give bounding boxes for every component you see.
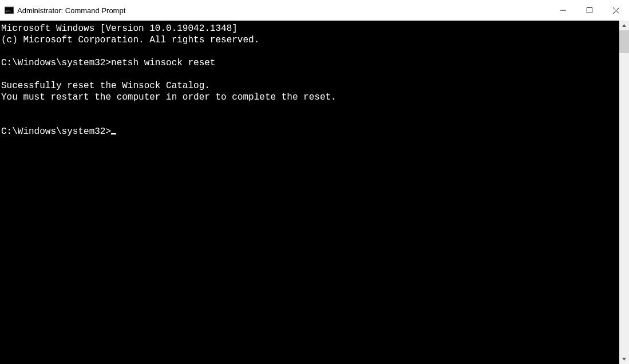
console-line: You must restart the computer in order t… <box>1 92 619 103</box>
vertical-scrollbar[interactable] <box>619 21 629 364</box>
console-line: C:\Windows\system32> <box>1 126 619 137</box>
console-line: C:\Windows\system32>netsh winsock reset <box>1 57 619 69</box>
window-title: Administrator: Command Prompt <box>17 6 125 15</box>
window-controls <box>550 0 629 21</box>
minimize-button[interactable] <box>550 0 576 21</box>
cursor <box>111 133 116 134</box>
console-line: Sucessfully reset the Winsock Catalog. <box>1 80 619 92</box>
console-line <box>1 103 619 114</box>
scroll-down-arrow[interactable] <box>619 354 629 364</box>
console-line: Microsoft Windows [Version 10.0.19042.13… <box>1 23 619 34</box>
console-output[interactable]: Microsoft Windows [Version 10.0.19042.13… <box>0 21 619 364</box>
cmd-icon: C:\ <box>5 6 14 15</box>
console-line <box>1 46 619 57</box>
scroll-up-arrow[interactable] <box>619 21 629 30</box>
scroll-thumb[interactable] <box>619 30 629 53</box>
titlebar[interactable]: C:\ Administrator: Command Prompt <box>0 0 629 21</box>
console-area: Microsoft Windows [Version 10.0.19042.13… <box>0 21 629 364</box>
console-line: (c) Microsoft Corporation. All rights re… <box>1 34 619 46</box>
console-line <box>1 114 619 126</box>
console-line <box>1 69 619 80</box>
svg-rect-3 <box>587 8 592 13</box>
maximize-button[interactable] <box>576 0 603 21</box>
close-button[interactable] <box>603 0 629 21</box>
svg-text:C:\: C:\ <box>6 9 11 13</box>
